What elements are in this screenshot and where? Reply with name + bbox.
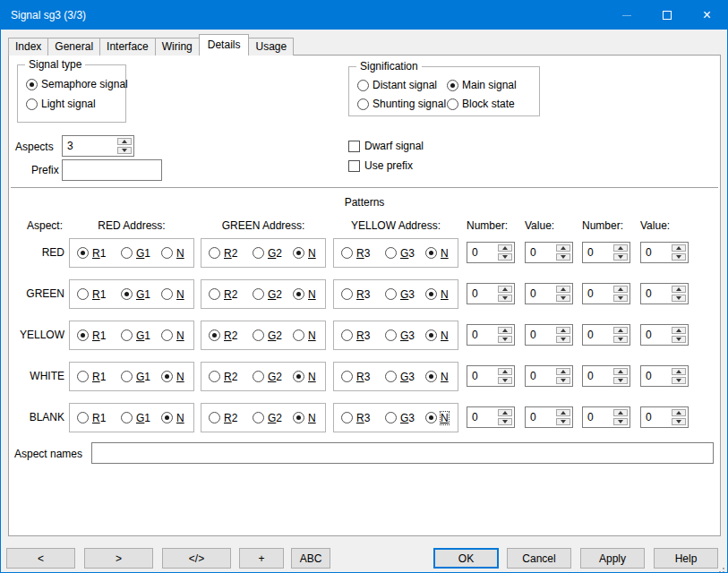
spinner-down-button[interactable]	[672, 295, 686, 302]
spinner-up-button[interactable]	[556, 409, 570, 416]
pattern-spinner-yellow-1[interactable]: 0	[467, 324, 515, 346]
spinner-down-button[interactable]	[498, 295, 512, 302]
spinner-down-button[interactable]	[498, 377, 512, 384]
add-button[interactable]: +	[239, 548, 284, 569]
spinner-up-button[interactable]	[672, 409, 686, 416]
radio-block-state[interactable]: Block state	[447, 98, 517, 110]
pattern-spinner-red-1[interactable]: 0	[467, 242, 515, 263]
pattern-spinner-blank-1[interactable]: 0	[467, 406, 515, 428]
title-bar[interactable]: Signal sg3 (3/3) ×	[1, 1, 727, 30]
pattern-spinner-blank-4[interactable]: 0	[640, 406, 689, 428]
spinner-up-button[interactable]	[613, 244, 628, 252]
spinner-up-button[interactable]	[117, 138, 132, 145]
spinner-up-button[interactable]	[498, 327, 512, 334]
spinner-down-button[interactable]	[498, 418, 512, 425]
help-button[interactable]: Help	[654, 548, 718, 569]
spinner-up-button[interactable]	[672, 286, 686, 293]
spinner-down-button[interactable]	[672, 418, 686, 425]
pattern-radio-yellow-g3-g3[interactable]: G3	[385, 321, 415, 349]
spinner-down-button[interactable]	[556, 418, 570, 425]
pattern-radio-blank-g1-n[interactable]: N	[161, 404, 184, 432]
spinner-up-button[interactable]	[556, 286, 570, 293]
spinner-down-button[interactable]	[556, 336, 570, 343]
pattern-spinner-yellow-3[interactable]: 0	[582, 324, 630, 346]
radio-semaphore-signal[interactable]: Semaphore signal	[26, 78, 128, 90]
pattern-spinner-red-2[interactable]: 0	[525, 242, 573, 263]
aspects-spinner[interactable]: 3	[62, 135, 134, 157]
spinner-up-button[interactable]	[498, 368, 512, 375]
pattern-radio-red-g1-n[interactable]: N	[161, 239, 184, 267]
pattern-radio-yellow-g2-n[interactable]: N	[293, 321, 316, 349]
pattern-spinner-white-3[interactable]: 0	[582, 365, 630, 387]
pattern-radio-green-g3-r3[interactable]: R3	[341, 280, 370, 308]
pattern-radio-yellow-g1-g1[interactable]: G1	[121, 321, 150, 349]
pattern-spinner-green-2[interactable]: 0	[525, 283, 573, 304]
aspect-names-input[interactable]	[91, 442, 714, 464]
pattern-radio-white-g3-g3[interactable]: G3	[385, 363, 415, 390]
window-close-button[interactable]: ×	[687, 1, 727, 30]
pattern-radio-red-g2-g2[interactable]: G2	[253, 239, 282, 267]
pattern-radio-green-g3-g3[interactable]: G3	[385, 280, 415, 308]
pattern-radio-yellow-g2-r2[interactable]: R2	[209, 321, 237, 349]
pattern-radio-blank-g3-r3[interactable]: R3	[341, 404, 370, 432]
pattern-radio-white-g1-g1[interactable]: G1	[121, 363, 150, 390]
cancel-button[interactable]: Cancel	[507, 548, 571, 569]
pattern-radio-white-g2-r2[interactable]: R2	[209, 363, 237, 390]
spinner-down-button[interactable]	[613, 295, 628, 302]
pattern-radio-blank-g1-g1[interactable]: G1	[121, 404, 150, 432]
spinner-up-button[interactable]	[498, 286, 512, 293]
radio-main-signal[interactable]: Main signal	[447, 79, 517, 91]
window-minimize-button[interactable]	[606, 1, 647, 30]
tab-usage[interactable]: Usage	[248, 38, 294, 56]
spinner-up-button[interactable]	[556, 244, 570, 252]
prev-button[interactable]: <	[6, 548, 75, 569]
pattern-radio-green-g1-n[interactable]: N	[161, 280, 184, 308]
pattern-spinner-blank-2[interactable]: 0	[525, 406, 573, 428]
pattern-radio-blank-g2-n[interactable]: N	[293, 404, 316, 432]
ok-button[interactable]: OK	[433, 548, 499, 569]
spinner-up-button[interactable]	[672, 244, 686, 252]
pattern-spinner-red-4[interactable]: 0	[640, 242, 689, 263]
pattern-radio-red-g2-r2[interactable]: R2	[209, 239, 237, 267]
window-maximize-button[interactable]	[647, 1, 687, 30]
pattern-spinner-yellow-2[interactable]: 0	[525, 324, 573, 346]
code-button[interactable]: </>	[162, 548, 231, 569]
prefix-input[interactable]	[62, 159, 162, 181]
spinner-down-button[interactable]	[672, 336, 686, 343]
pattern-radio-yellow-g2-g2[interactable]: G2	[253, 321, 282, 349]
spinner-down-button[interactable]	[556, 253, 570, 261]
pattern-radio-white-g1-r1[interactable]: R1	[77, 363, 106, 390]
spinner-up-button[interactable]	[613, 368, 628, 375]
spinner-down-button[interactable]	[613, 377, 628, 384]
pattern-radio-red-g1-r1[interactable]: R1	[77, 239, 106, 267]
next-button[interactable]: >	[84, 548, 153, 569]
spinner-up-button[interactable]	[672, 327, 686, 334]
checkbox-dwarf-signal[interactable]: Dwarf signal	[348, 140, 424, 152]
pattern-spinner-red-3[interactable]: 0	[582, 242, 630, 263]
tab-index[interactable]: Index	[8, 38, 48, 56]
pattern-radio-white-g2-n[interactable]: N	[293, 363, 316, 390]
apply-button[interactable]: Apply	[580, 548, 645, 569]
pattern-spinner-green-1[interactable]: 0	[467, 283, 515, 304]
spinner-up-button[interactable]	[498, 244, 512, 252]
pattern-radio-green-g2-n[interactable]: N	[293, 280, 316, 308]
spinner-down-button[interactable]	[498, 253, 512, 261]
pattern-radio-blank-g1-r1[interactable]: R1	[77, 404, 106, 432]
spinner-down-button[interactable]	[556, 295, 570, 302]
spinner-up-button[interactable]	[613, 327, 628, 334]
tab-general[interactable]: General	[47, 38, 100, 56]
checkbox-use-prefix[interactable]: Use prefix	[348, 159, 424, 172]
spinner-down-button[interactable]	[498, 336, 512, 343]
spinner-up-button[interactable]	[498, 409, 512, 416]
pattern-radio-white-g3-n[interactable]: N	[425, 363, 449, 390]
pattern-radio-red-g2-n[interactable]: N	[293, 239, 316, 267]
radio-light-signal[interactable]: Light signal	[26, 98, 128, 110]
pattern-radio-green-g1-r1[interactable]: R1	[77, 280, 106, 308]
tab-interface[interactable]: Interface	[99, 38, 156, 56]
spinner-up-button[interactable]	[672, 368, 686, 375]
pattern-spinner-blank-3[interactable]: 0	[582, 406, 630, 428]
spinner-up-button[interactable]	[556, 327, 570, 334]
pattern-radio-yellow-g3-n[interactable]: N	[425, 321, 449, 349]
pattern-spinner-green-3[interactable]: 0	[582, 283, 630, 304]
spinner-down-button[interactable]	[613, 418, 628, 425]
